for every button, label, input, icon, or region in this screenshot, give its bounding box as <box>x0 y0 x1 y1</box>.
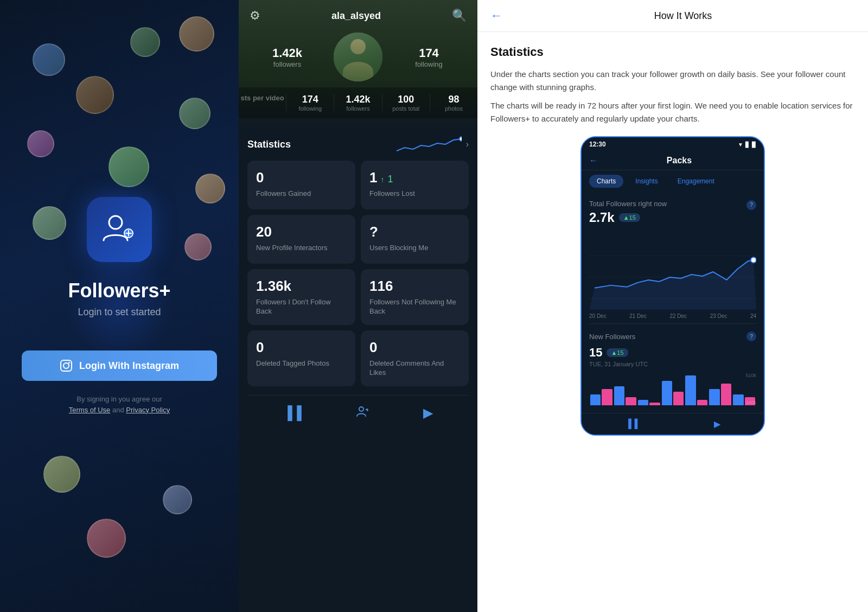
bar-4b <box>673 392 684 405</box>
bar-1b <box>602 389 612 405</box>
terms-use-link[interactable]: Terms of Use <box>69 406 111 414</box>
bar-3b <box>649 403 660 405</box>
deleted-comments-card[interactable]: 0 Deleted Comments And Likes <box>361 330 469 386</box>
bar-7a <box>733 394 743 405</box>
phone-topbar: ← Packs <box>582 151 764 170</box>
svg-marker-12 <box>589 260 756 309</box>
search-icon[interactable]: 🔍 <box>452 9 467 23</box>
avatar-circle <box>179 16 214 52</box>
followers-gained-value: 0 <box>256 169 347 186</box>
login-instagram-button[interactable]: Login With Instagram <box>22 350 217 381</box>
followers-gained-label: Followers Gained <box>256 189 347 199</box>
svg-rect-4 <box>61 360 72 371</box>
new-profile-interactors-card[interactable]: 20 New Profile Interactors <box>247 215 355 264</box>
svg-point-13 <box>751 257 756 263</box>
users-blocking-value: ? <box>369 224 460 240</box>
section-arrow-icon[interactable]: › <box>466 139 469 149</box>
phone-nf-value-row: 15 ▲15 <box>589 346 756 360</box>
scale-bottom: 340k <box>745 400 756 405</box>
bar-group-3 <box>638 400 660 405</box>
avatar-circle <box>33 43 65 76</box>
avatar-cluster <box>0 0 239 612</box>
chart-date-1: 21 Dec <box>629 313 647 319</box>
section-chart-area[interactable]: › <box>397 136 469 153</box>
back-button[interactable]: ← <box>490 9 502 23</box>
description-text-1: Under the charts section you can track y… <box>490 68 855 94</box>
followers-lost-card[interactable]: 1 ↑ 1 Followers Lost <box>361 161 469 209</box>
profile-username: ala_alsyed <box>260 10 452 22</box>
nav-play-icon[interactable]: ▶ <box>423 405 433 420</box>
avatar-circle <box>163 485 192 514</box>
tab-insights[interactable]: Insights <box>628 175 665 188</box>
section-header: Statistics › <box>247 136 469 153</box>
phone-nav-play-icon[interactable]: ▶ <box>714 419 720 429</box>
phone-nav-stats-icon[interactable]: ▐▐ <box>625 419 637 429</box>
following-value: 174 <box>419 46 439 60</box>
avatar-circle <box>179 98 210 129</box>
mini-chart-svg <box>397 136 462 153</box>
avatar-circle <box>130 27 160 57</box>
deleted-tagged-card[interactable]: 0 Deleted Tagged Photos <box>247 330 355 386</box>
dont-follow-back-card[interactable]: 1.36k Followers I Don't Follow Back <box>247 269 355 325</box>
wifi-icon: ▼ <box>738 142 743 148</box>
avatar-image <box>334 33 382 81</box>
new-followers-badge: ▲15 <box>607 348 628 357</box>
not-following-back-card[interactable]: 116 Followers Not Following Me Back <box>361 269 469 325</box>
brand-subtitle: Login to set started <box>78 307 161 318</box>
tab-engagement[interactable]: Engagement <box>670 175 722 188</box>
deleted-comments-label: Deleted Comments And Likes <box>369 359 460 378</box>
phone-back-icon[interactable]: ← <box>589 156 598 165</box>
profile-avatar <box>334 33 382 81</box>
instagram-icon <box>60 359 73 372</box>
up-arrow-icon: ↑ <box>380 175 384 184</box>
dont-follow-back-label: Followers I Don't Follow Back <box>256 298 347 316</box>
privacy-policy-link[interactable]: Privacy Policy <box>126 406 170 414</box>
total-followers-badge: ▲15 <box>619 213 640 222</box>
profile-topbar: ⚙ ala_alsyed 🔍 <box>239 0 477 27</box>
total-followers-label: Total Followers right now <box>589 200 667 208</box>
new-profile-interactors-value: 20 <box>256 224 347 240</box>
login-button-text: Login With Instagram <box>79 360 179 372</box>
settings-icon[interactable]: ⚙ <box>250 9 260 23</box>
section-title: Statistics <box>247 139 291 150</box>
phone-tabs: Charts Insights Engagement <box>582 170 764 192</box>
bar-2a <box>614 386 624 405</box>
svg-point-6 <box>68 362 70 364</box>
chart-date-4: 24 <box>750 313 756 319</box>
avatar-circle <box>43 456 80 493</box>
strip-item-followers: 1.42k followers <box>334 94 382 112</box>
avatar-circle <box>76 76 114 114</box>
new-followers-date: TUE, 31 January UTC <box>589 361 756 367</box>
signal-icon: ▊ <box>745 142 750 148</box>
not-following-back-value: 116 <box>369 278 460 295</box>
scale-top: 510k <box>745 373 756 378</box>
followers-chart-svg <box>589 239 756 310</box>
profile-info-row: 1.42k followers 174 following <box>239 27 477 87</box>
users-blocking-card[interactable]: ? Users Blocking Me <box>361 215 469 264</box>
followers-lost-label: Followers Lost <box>369 189 460 199</box>
bar-5b <box>697 400 707 405</box>
nav-stats-icon[interactable]: ▐▐ <box>283 405 302 420</box>
new-followers-help[interactable]: ? <box>746 331 756 341</box>
deleted-tagged-label: Deleted Tagged Photos <box>256 359 347 368</box>
nav-followers-icon[interactable] <box>355 404 369 422</box>
following-label: following <box>415 60 443 68</box>
total-followers-help[interactable]: ? <box>746 200 756 210</box>
bar-chart <box>589 373 756 405</box>
total-followers-value: 2.7k <box>589 210 615 225</box>
phone-nf-header: New Followers ? <box>589 331 756 341</box>
followers-gained-card[interactable]: 0 Followers Gained <box>247 161 355 209</box>
bar-group-5 <box>685 375 707 405</box>
strip-item-0: sts per video <box>239 94 286 112</box>
bar-group-1 <box>590 389 612 405</box>
followers-label: followers <box>273 60 301 68</box>
followers-lost-value: 1 <box>369 169 377 186</box>
tab-charts[interactable]: Charts <box>589 175 623 188</box>
strip-item-following: 174 following <box>286 94 334 112</box>
stats-grid: 0 Followers Gained 1 ↑ 1 Followers Lost … <box>247 161 469 386</box>
right-content: Statistics Under the charts section you … <box>477 32 868 612</box>
bar-6a <box>709 389 719 405</box>
phone-new-followers-section: New Followers ? 15 ▲15 TUE, 31 January U… <box>582 324 764 413</box>
statistics-heading: Statistics <box>490 45 855 59</box>
phone-chart-area <box>582 235 764 311</box>
